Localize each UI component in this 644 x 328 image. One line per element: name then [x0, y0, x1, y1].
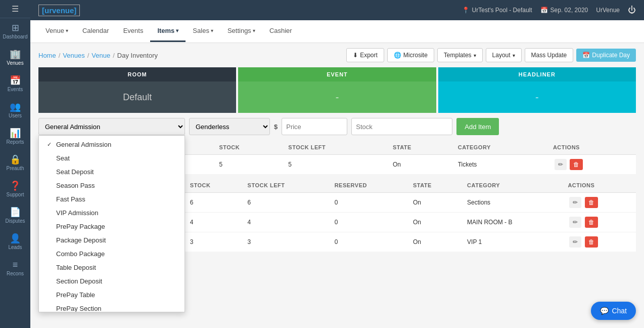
- dropdown-item[interactable]: Package Deposit: [39, 233, 185, 247]
- sidebar: ☰ ⊞ Dashboard 🏢 Venues 📅 Events 👥 Users …: [0, 0, 30, 328]
- topbar: [urvenue] 📍 UrTest's Pool - Default 📅 Se…: [30, 0, 644, 20]
- delete-button[interactable]: 🗑: [570, 159, 583, 170]
- edit-button[interactable]: ✏: [555, 159, 567, 170]
- actions-cell: ✏ 🗑: [562, 193, 636, 213]
- topbar-date: 📅 Sep. 02, 2020: [540, 7, 588, 14]
- dropdown-item[interactable]: Table Deposit: [39, 261, 185, 274]
- location-icon: 📍: [462, 7, 470, 14]
- sidebar-item-events[interactable]: 📅 Events: [0, 71, 30, 97]
- sidebar-item-disputes[interactable]: 📄 Disputes: [0, 202, 30, 229]
- stock-cell: 5: [213, 155, 282, 175]
- disputes-icon: 📄: [10, 208, 21, 217]
- stock-left-cell: 6: [242, 193, 329, 213]
- breadcrumb-venue[interactable]: Venue: [91, 52, 110, 59]
- actions-cell: ✏ 🗑: [562, 213, 636, 232]
- building-icon: 🏢: [10, 50, 21, 59]
- sales-caret: ▾: [211, 28, 213, 33]
- microsite-button[interactable]: 🌐 Microsite: [387, 48, 434, 62]
- hamburger-icon: ☰: [12, 4, 19, 14]
- sidebar-label-users: Users: [9, 113, 22, 118]
- edit-button[interactable]: ✏: [569, 236, 581, 248]
- dropdown-item-label: Combo Package: [56, 250, 105, 258]
- dropdown-item-label: Seat Deposit: [56, 168, 94, 176]
- edit-button[interactable]: ✏: [569, 217, 581, 228]
- dropdown-item[interactable]: Section Deposit: [39, 274, 185, 288]
- dropdown-item[interactable]: PrePay Table: [39, 288, 185, 302]
- sidebar-label-support: Support: [6, 192, 24, 197]
- price-input[interactable]: [282, 118, 347, 135]
- topbar-info: 📍 UrTest's Pool - Default 📅 Sep. 02, 202…: [462, 6, 636, 15]
- dropdown-item[interactable]: Seat: [39, 151, 185, 165]
- tab-events[interactable]: Events: [116, 21, 151, 42]
- dropdown-item-label: PrePay Section: [56, 305, 102, 312]
- event-header: EVENT: [238, 67, 436, 81]
- venue-panels: ROOM Default EVENT - HEADLINER -: [38, 67, 636, 113]
- sidebar-item-venues[interactable]: 🏢 Venues: [0, 45, 30, 71]
- dropdown-item[interactable]: PrePay Package: [39, 220, 185, 233]
- layout-button[interactable]: Layout ▾: [486, 48, 522, 62]
- dropdown-check: ✓: [47, 141, 53, 148]
- delete-button[interactable]: 🗑: [585, 197, 598, 208]
- delete-button[interactable]: 🗑: [585, 236, 598, 248]
- templates-button[interactable]: Templates ▾: [437, 48, 483, 62]
- dropdown-item-label: Package Deposit: [56, 236, 106, 244]
- dropdown-item-label: Seat: [56, 154, 70, 162]
- stock-input[interactable]: [351, 118, 452, 135]
- sidebar-label-leads: Leads: [8, 244, 22, 250]
- dropdown-item[interactable]: Season Pass: [39, 179, 185, 192]
- sidebar-item-dashboard[interactable]: ⊞ Dashboard: [0, 18, 30, 45]
- sidebar-item-support[interactable]: ❓ Support: [0, 176, 30, 202]
- dollar-sign: $: [274, 123, 278, 131]
- th-reserved-2: RESERVED: [329, 178, 407, 193]
- dropdown-item[interactable]: PrePay Section: [39, 302, 185, 312]
- chat-button[interactable]: 💬 Chat: [591, 302, 636, 320]
- gender-select[interactable]: Genderless: [189, 118, 270, 135]
- sidebar-item-preauth[interactable]: 🔒 Preauth: [0, 150, 30, 176]
- type-dropdown-menu: ✓General AdmissionSeatSeat DepositSeason…: [38, 135, 185, 312]
- breadcrumb-home[interactable]: Home: [38, 52, 56, 59]
- dropdown-item[interactable]: Seat Deposit: [39, 165, 185, 179]
- mass-update-button[interactable]: Mass Update: [525, 48, 574, 62]
- th-category-1: CATEGORY: [452, 140, 547, 155]
- tab-settings[interactable]: Settings ▾: [220, 21, 262, 42]
- tab-items[interactable]: Items ▾: [150, 21, 186, 42]
- add-item-button[interactable]: Add Item: [456, 118, 499, 135]
- sidebar-menu-toggle[interactable]: ☰: [0, 0, 30, 18]
- state-cell: On: [407, 213, 461, 232]
- type-select[interactable]: General Admission: [38, 118, 185, 135]
- category-cell: MAIN ROOM - B: [461, 213, 562, 232]
- dropdown-item[interactable]: Fast Pass: [39, 192, 185, 206]
- dropdown-item-label: VIP Admission: [56, 209, 99, 217]
- stock-cell: 6: [184, 193, 242, 213]
- sidebar-item-reports[interactable]: 📊 Reports: [0, 124, 30, 150]
- export-button[interactable]: ⬇ Export: [346, 48, 384, 62]
- dropdown-item-label: Section Deposit: [56, 277, 102, 285]
- dropdown-item-label: PrePay Table: [56, 291, 95, 299]
- sidebar-label-recons: Recons: [7, 271, 24, 276]
- tab-cashier[interactable]: Cashier: [262, 21, 299, 42]
- add-item-row: General Admission ✓General AdmissionSeat…: [38, 118, 636, 135]
- breadcrumb-row: Home / Venues / Venue / Day Inventory ⬇ …: [38, 48, 636, 62]
- sidebar-item-recons[interactable]: ≡ Recons: [0, 255, 30, 281]
- breadcrumb-venues[interactable]: Venues: [63, 52, 84, 59]
- sidebar-item-users[interactable]: 👥 Users: [0, 97, 30, 124]
- actions-cell: ✏ 🗑: [547, 155, 636, 175]
- th-category-2: CATEGORY: [461, 178, 562, 193]
- th-actions-2: ACTIONS: [562, 178, 636, 193]
- tab-venue[interactable]: Venue ▾: [38, 21, 75, 42]
- dropdown-item[interactable]: VIP Admission: [39, 206, 185, 220]
- dropdown-item[interactable]: ✓General Admission: [39, 138, 185, 151]
- delete-button[interactable]: 🗑: [585, 217, 598, 228]
- state-cell: On: [387, 155, 452, 175]
- power-button[interactable]: ⏻: [628, 6, 636, 15]
- sidebar-label-events: Events: [8, 87, 23, 92]
- tab-sales[interactable]: Sales ▾: [186, 21, 220, 42]
- settings-caret: ▾: [253, 28, 255, 33]
- duplicate-day-button[interactable]: 📅 Duplicate Day: [576, 49, 636, 62]
- sidebar-item-leads[interactable]: 👤 Leads: [0, 229, 30, 255]
- edit-button[interactable]: ✏: [569, 197, 581, 208]
- calendar-icon: 📅: [540, 7, 548, 14]
- tab-calendar[interactable]: Calendar: [75, 21, 116, 42]
- stock-left-cell: 5: [282, 155, 387, 175]
- dropdown-item[interactable]: Combo Package: [39, 247, 185, 261]
